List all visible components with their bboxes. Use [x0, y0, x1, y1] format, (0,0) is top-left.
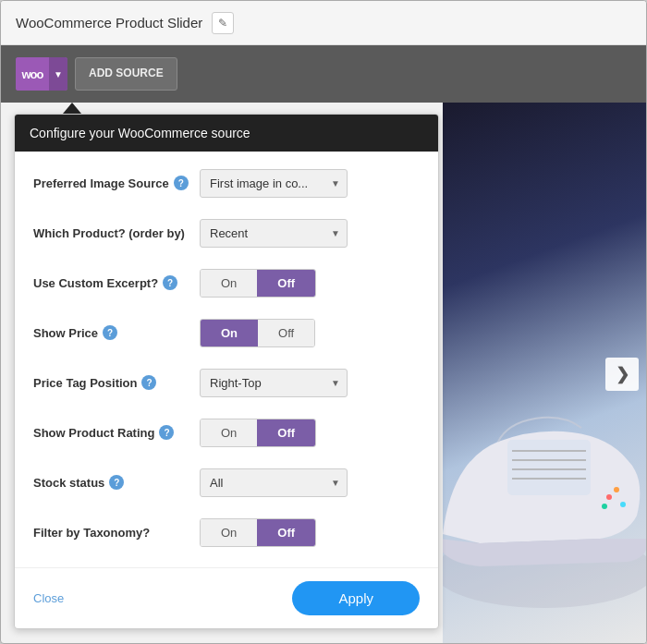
which-product-label: Which Product? (order by): [33, 226, 200, 240]
main-window: WooCommerce Product Slider ✎ woo ▼ ADD S…: [0, 0, 647, 644]
background-image-area: ❯: [443, 103, 646, 644]
woo-logo-button[interactable]: woo ▼: [16, 57, 67, 91]
price-tag-position-select-wrapper: Right-Top Left-Top Right-Bottom Left-Bot…: [200, 369, 348, 397]
stock-status-label: Stock status ?: [33, 475, 200, 490]
price-tag-position-label: Price Tag Position ?: [33, 375, 200, 390]
filter-by-taxonomy-on-button[interactable]: On: [201, 519, 257, 546]
add-source-button[interactable]: ADD SOURCE: [75, 57, 177, 91]
svg-point-8: [620, 502, 626, 507]
use-custom-excerpt-help-icon[interactable]: ?: [163, 275, 177, 290]
filter-by-taxonomy-toggle: On Off: [200, 518, 316, 547]
filter-by-taxonomy-off-button[interactable]: Off: [257, 519, 315, 546]
shoe-image: [443, 275, 646, 644]
show-product-rating-on-button[interactable]: On: [201, 419, 257, 446]
svg-point-9: [602, 504, 607, 509]
use-custom-excerpt-label: Use Custom Excerpt? ?: [33, 275, 200, 290]
title-bar: WooCommerce Product Slider ✎: [1, 1, 646, 45]
edit-icon: ✎: [218, 17, 227, 30]
apply-button[interactable]: Apply: [292, 581, 420, 615]
next-slide-button[interactable]: ❯: [605, 358, 639, 391]
tooltip-arrow: [63, 103, 81, 114]
which-product-row: Which Product? (order by) Recent Popular…: [33, 216, 420, 249]
next-arrow-icon: ❯: [616, 364, 629, 384]
svg-point-7: [614, 487, 619, 492]
show-product-rating-toggle: On Off: [200, 419, 316, 447]
show-product-rating-label: Show Product Rating ?: [33, 425, 200, 440]
configure-footer: Close Apply: [15, 567, 438, 628]
show-price-toggle: On Off: [200, 319, 315, 347]
svg-rect-1: [507, 440, 591, 495]
use-custom-excerpt-row: Use Custom Excerpt? ? On Off: [33, 266, 420, 299]
use-custom-excerpt-on-button[interactable]: On: [201, 270, 257, 297]
configure-panel: Configure your WooCommerce source Prefer…: [14, 114, 439, 629]
stock-status-select[interactable]: All In Stock Out of Stock: [200, 468, 348, 497]
price-tag-position-help-icon[interactable]: ?: [141, 375, 156, 390]
configure-header: Configure your WooCommerce source: [15, 115, 438, 152]
stock-status-row: Stock status ? All In Stock Out of Stock: [33, 466, 420, 499]
preferred-image-source-select[interactable]: First image in co... Featured image: [200, 169, 348, 198]
show-price-off-button[interactable]: Off: [258, 320, 314, 346]
show-product-rating-off-button[interactable]: Off: [257, 419, 315, 446]
use-custom-excerpt-toggle: On Off: [200, 269, 316, 298]
configure-body: Preferred Image Source ? First image in …: [15, 152, 438, 567]
show-price-on-button[interactable]: On: [201, 320, 258, 346]
chevron-down-icon: ▼: [54, 69, 63, 79]
preferred-image-source-label: Preferred Image Source ?: [33, 176, 200, 190]
preferred-image-source-help-icon[interactable]: ?: [174, 176, 189, 190]
woo-dropdown-arrow[interactable]: ▼: [49, 57, 67, 91]
filter-by-taxonomy-row: Filter by Taxonomy? On Off: [33, 516, 420, 549]
window-title: WooCommerce Product Slider: [16, 15, 202, 30]
filter-by-taxonomy-label: Filter by Taxonomy?: [33, 526, 200, 540]
price-tag-position-row: Price Tag Position ? Right-Top Left-Top …: [33, 366, 420, 399]
show-price-help-icon[interactable]: ?: [103, 325, 117, 340]
show-product-rating-row: Show Product Rating ? On Off: [33, 416, 420, 449]
price-tag-position-select[interactable]: Right-Top Left-Top Right-Bottom Left-Bot…: [200, 369, 348, 397]
edit-title-button[interactable]: ✎: [212, 12, 234, 34]
stock-status-select-wrapper: All In Stock Out of Stock: [200, 468, 348, 497]
svg-point-6: [606, 494, 612, 500]
which-product-select-wrapper: Recent Popular Random: [200, 219, 348, 248]
preferred-image-source-row: Preferred Image Source ? First image in …: [33, 166, 420, 200]
show-price-row: Show Price ? On Off: [33, 316, 420, 349]
preferred-image-source-select-wrapper: First image in co... Featured image: [200, 169, 348, 198]
use-custom-excerpt-off-button[interactable]: Off: [257, 270, 315, 297]
which-product-select[interactable]: Recent Popular Random: [200, 219, 348, 248]
close-button[interactable]: Close: [33, 591, 64, 605]
woo-logo: woo: [16, 57, 49, 91]
show-price-label: Show Price ?: [33, 325, 200, 340]
stock-status-help-icon[interactable]: ?: [109, 475, 124, 490]
toolbar: woo ▼ ADD SOURCE: [1, 45, 646, 103]
show-product-rating-help-icon[interactable]: ?: [159, 425, 174, 440]
